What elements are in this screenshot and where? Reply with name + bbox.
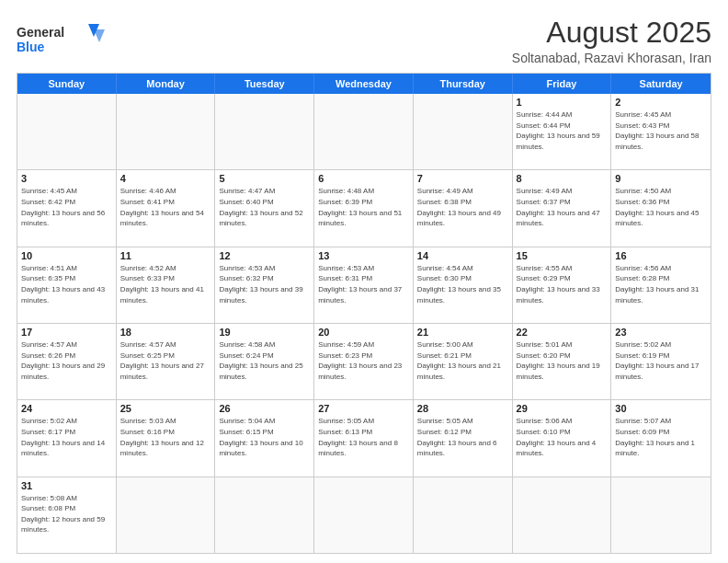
- sun-info: Sunrise: 5:02 AMSunset: 6:17 PMDaylight:…: [21, 416, 112, 458]
- calendar-row-1: 3Sunrise: 4:45 AMSunset: 6:42 PMDaylight…: [17, 169, 711, 246]
- calendar-row-0: 1Sunrise: 4:44 AMSunset: 6:44 PMDaylight…: [17, 94, 711, 169]
- sun-info: Sunrise: 4:49 AMSunset: 6:38 PMDaylight:…: [417, 186, 508, 228]
- day-number: 16: [615, 250, 707, 261]
- day-cell-5: 5Sunrise: 4:47 AMSunset: 6:40 PMDaylight…: [215, 170, 314, 246]
- svg-text:Blue: Blue: [17, 40, 45, 54]
- sun-info: Sunrise: 4:53 AMSunset: 6:31 PMDaylight:…: [318, 263, 409, 305]
- empty-cell: [215, 477, 314, 553]
- page: General Blue August 2025 Soltanabad, Raz…: [0, 0, 728, 563]
- sun-info: Sunrise: 5:06 AMSunset: 6:10 PMDaylight:…: [517, 416, 608, 458]
- weekday-header-friday: Friday: [513, 74, 612, 94]
- sun-info: Sunrise: 4:44 AMSunset: 6:44 PMDaylight:…: [517, 109, 608, 152]
- empty-cell: [611, 477, 711, 553]
- day-number: 2: [615, 97, 707, 108]
- sun-info: Sunrise: 4:52 AMSunset: 6:33 PMDaylight:…: [120, 263, 211, 305]
- day-cell-13: 13Sunrise: 4:53 AMSunset: 6:31 PMDayligh…: [314, 247, 414, 323]
- empty-cell: [215, 94, 314, 169]
- sun-info: Sunrise: 4:48 AMSunset: 6:39 PMDaylight:…: [318, 186, 409, 228]
- day-cell-26: 26Sunrise: 5:04 AMSunset: 6:15 PMDayligh…: [215, 400, 314, 476]
- sun-info: Sunrise: 4:57 AMSunset: 6:25 PMDaylight:…: [120, 339, 211, 382]
- day-number: 18: [120, 327, 211, 338]
- sun-info: Sunrise: 4:49 AMSunset: 6:37 PMDaylight:…: [517, 186, 608, 228]
- day-cell-21: 21Sunrise: 5:00 AMSunset: 6:21 PMDayligh…: [414, 324, 513, 399]
- weekday-header-sunday: Sunday: [17, 74, 117, 94]
- sun-info: Sunrise: 4:56 AMSunset: 6:28 PMDaylight:…: [615, 263, 707, 305]
- day-number: 17: [21, 327, 112, 338]
- sun-info: Sunrise: 4:51 AMSunset: 6:35 PMDaylight:…: [21, 263, 112, 305]
- day-number: 14: [417, 250, 508, 261]
- svg-marker-3: [94, 29, 105, 42]
- day-cell-7: 7Sunrise: 4:49 AMSunset: 6:38 PMDaylight…: [414, 170, 513, 246]
- day-number: 19: [219, 327, 310, 338]
- sun-info: Sunrise: 5:00 AMSunset: 6:21 PMDaylight:…: [417, 339, 508, 382]
- day-cell-23: 23Sunrise: 5:02 AMSunset: 6:19 PMDayligh…: [611, 324, 711, 399]
- location-title: Soltanabad, Razavi Khorasan, Iran: [512, 51, 711, 65]
- calendar-row-3: 17Sunrise: 4:57 AMSunset: 6:26 PMDayligh…: [17, 323, 711, 399]
- calendar-row-5: 31Sunrise: 5:08 AMSunset: 6:08 PMDayligh…: [17, 477, 711, 553]
- day-number: 15: [517, 250, 608, 261]
- day-cell-17: 17Sunrise: 4:57 AMSunset: 6:26 PMDayligh…: [17, 324, 117, 399]
- sun-info: Sunrise: 5:08 AMSunset: 6:08 PMDaylight:…: [21, 493, 112, 535]
- sun-info: Sunrise: 5:03 AMSunset: 6:16 PMDaylight:…: [120, 416, 211, 458]
- weekday-header-thursday: Thursday: [414, 74, 513, 94]
- sun-info: Sunrise: 5:07 AMSunset: 6:09 PMDaylight:…: [615, 416, 707, 458]
- day-number: 21: [417, 327, 508, 338]
- day-number: 10: [21, 250, 112, 261]
- day-number: 27: [318, 403, 409, 414]
- day-number: 25: [120, 403, 211, 414]
- day-cell-1: 1Sunrise: 4:44 AMSunset: 6:44 PMDaylight…: [513, 94, 612, 169]
- day-number: 12: [219, 250, 310, 261]
- day-cell-24: 24Sunrise: 5:02 AMSunset: 6:17 PMDayligh…: [17, 400, 117, 476]
- empty-cell: [414, 94, 513, 169]
- day-number: 6: [318, 173, 409, 184]
- sun-info: Sunrise: 4:47 AMSunset: 6:40 PMDaylight:…: [219, 186, 310, 228]
- logo: General Blue: [17, 17, 108, 59]
- day-number: 9: [615, 173, 707, 184]
- day-cell-18: 18Sunrise: 4:57 AMSunset: 6:25 PMDayligh…: [117, 324, 216, 399]
- sun-info: Sunrise: 4:45 AMSunset: 6:43 PMDaylight:…: [615, 109, 707, 152]
- day-number: 28: [417, 403, 508, 414]
- sun-info: Sunrise: 4:54 AMSunset: 6:30 PMDaylight:…: [417, 263, 508, 305]
- day-cell-4: 4Sunrise: 4:46 AMSunset: 6:41 PMDaylight…: [117, 170, 216, 246]
- day-number: 4: [120, 173, 211, 184]
- day-number: 7: [417, 173, 508, 184]
- day-number: 30: [615, 403, 707, 414]
- day-cell-28: 28Sunrise: 5:05 AMSunset: 6:12 PMDayligh…: [414, 400, 513, 476]
- day-cell-22: 22Sunrise: 5:01 AMSunset: 6:20 PMDayligh…: [513, 324, 612, 399]
- month-title: August 2025: [512, 17, 711, 49]
- day-number: 20: [318, 327, 409, 338]
- day-cell-25: 25Sunrise: 5:03 AMSunset: 6:16 PMDayligh…: [117, 400, 216, 476]
- day-cell-30: 30Sunrise: 5:07 AMSunset: 6:09 PMDayligh…: [611, 400, 711, 476]
- sun-info: Sunrise: 4:50 AMSunset: 6:36 PMDaylight:…: [615, 186, 707, 228]
- weekday-header-tuesday: Tuesday: [215, 74, 314, 94]
- sun-info: Sunrise: 5:01 AMSunset: 6:20 PMDaylight:…: [517, 339, 608, 382]
- day-cell-11: 11Sunrise: 4:52 AMSunset: 6:33 PMDayligh…: [117, 247, 216, 323]
- day-number: 22: [517, 327, 608, 338]
- empty-cell: [314, 477, 414, 553]
- day-number: 29: [517, 403, 608, 414]
- day-cell-2: 2Sunrise: 4:45 AMSunset: 6:43 PMDaylight…: [611, 94, 711, 169]
- weekday-header-monday: Monday: [117, 74, 216, 94]
- day-cell-31: 31Sunrise: 5:08 AMSunset: 6:08 PMDayligh…: [17, 477, 117, 553]
- empty-cell: [414, 477, 513, 553]
- calendar-body: 1Sunrise: 4:44 AMSunset: 6:44 PMDaylight…: [17, 94, 711, 553]
- day-number: 23: [615, 327, 707, 338]
- empty-cell: [17, 94, 117, 169]
- sun-info: Sunrise: 4:57 AMSunset: 6:26 PMDaylight:…: [21, 339, 112, 382]
- day-cell-12: 12Sunrise: 4:53 AMSunset: 6:32 PMDayligh…: [215, 247, 314, 323]
- calendar-row-2: 10Sunrise: 4:51 AMSunset: 6:35 PMDayligh…: [17, 247, 711, 323]
- generalblue-logo: General Blue: [17, 20, 108, 59]
- empty-cell: [314, 94, 414, 169]
- empty-cell: [513, 477, 612, 553]
- sun-info: Sunrise: 4:53 AMSunset: 6:32 PMDaylight:…: [219, 263, 310, 305]
- calendar-header-row: SundayMondayTuesdayWednesdayThursdayFrid…: [17, 74, 711, 94]
- sun-info: Sunrise: 5:04 AMSunset: 6:15 PMDaylight:…: [219, 416, 310, 458]
- day-cell-6: 6Sunrise: 4:48 AMSunset: 6:39 PMDaylight…: [314, 170, 414, 246]
- header: General Blue August 2025 Soltanabad, Raz…: [17, 17, 711, 65]
- day-number: 24: [21, 403, 112, 414]
- day-cell-20: 20Sunrise: 4:59 AMSunset: 6:23 PMDayligh…: [314, 324, 414, 399]
- day-cell-16: 16Sunrise: 4:56 AMSunset: 6:28 PMDayligh…: [611, 247, 711, 323]
- sun-info: Sunrise: 5:05 AMSunset: 6:12 PMDaylight:…: [417, 416, 508, 458]
- day-number: 5: [219, 173, 310, 184]
- svg-text:General: General: [17, 25, 64, 40]
